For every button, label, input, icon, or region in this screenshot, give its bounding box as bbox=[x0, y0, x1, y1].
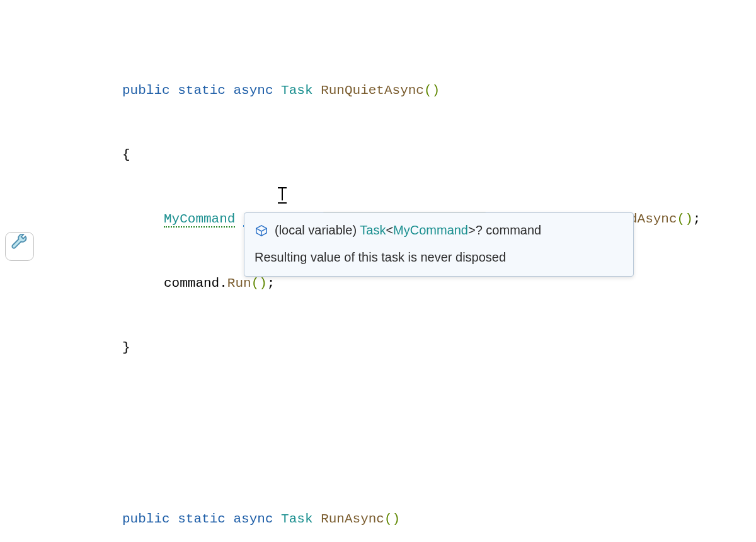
angle-bracket: > bbox=[468, 223, 476, 237]
code-block[interactable]: public static async Task RunQuietAsync()… bbox=[39, 16, 701, 542]
type: Task bbox=[281, 512, 312, 526]
paren: () bbox=[424, 83, 440, 98]
keyword: static bbox=[178, 512, 226, 526]
code-line[interactable]: public static async Task RunQuietAsync() bbox=[39, 80, 701, 101]
identifier: command bbox=[164, 276, 219, 291]
tooltip-type: MyCommand bbox=[393, 223, 468, 237]
code-line[interactable]: } bbox=[39, 337, 701, 359]
keyword: static bbox=[178, 83, 226, 98]
dot: . bbox=[219, 276, 227, 291]
paren: () bbox=[384, 512, 400, 526]
keyword: public bbox=[122, 83, 170, 98]
angle-bracket: < bbox=[386, 223, 393, 237]
code-editor[interactable]: public static async Task RunQuietAsync()… bbox=[0, 0, 756, 542]
keyword: async bbox=[233, 512, 273, 526]
semicolon: ; bbox=[267, 276, 275, 291]
paren: () bbox=[251, 276, 267, 291]
method-call: Run bbox=[227, 276, 251, 291]
wrench-icon bbox=[11, 234, 28, 259]
nullable-marker: ? bbox=[476, 223, 483, 237]
keyword: async bbox=[233, 83, 273, 98]
tooltip-warning: Resulting value of this task is never di… bbox=[255, 248, 623, 267]
semicolon: ; bbox=[693, 212, 701, 226]
keyword: public bbox=[122, 512, 170, 526]
code-line[interactable]: { bbox=[39, 144, 701, 166]
code-line[interactable]: public static async Task RunAsync() bbox=[39, 509, 701, 530]
method-name: RunAsync bbox=[321, 512, 384, 526]
tooltip-var-name: command bbox=[483, 223, 541, 237]
tooltip-kind: (local variable) bbox=[275, 223, 357, 237]
method-name: RunQuietAsync bbox=[321, 83, 424, 98]
type: MyCommand bbox=[164, 212, 235, 228]
blank-line bbox=[39, 401, 701, 423]
brace: } bbox=[122, 340, 130, 355]
hover-tooltip: (local variable) Task<MyCommand>? comman… bbox=[244, 212, 634, 277]
tooltip-signature: (local variable) Task<MyCommand>? comman… bbox=[255, 221, 623, 240]
variable-icon bbox=[255, 224, 268, 238]
tooltip-type: Task bbox=[360, 223, 386, 237]
brace: { bbox=[122, 147, 130, 162]
paren: () bbox=[677, 212, 693, 226]
quick-actions-button[interactable] bbox=[5, 232, 34, 261]
type: Task bbox=[281, 83, 312, 98]
